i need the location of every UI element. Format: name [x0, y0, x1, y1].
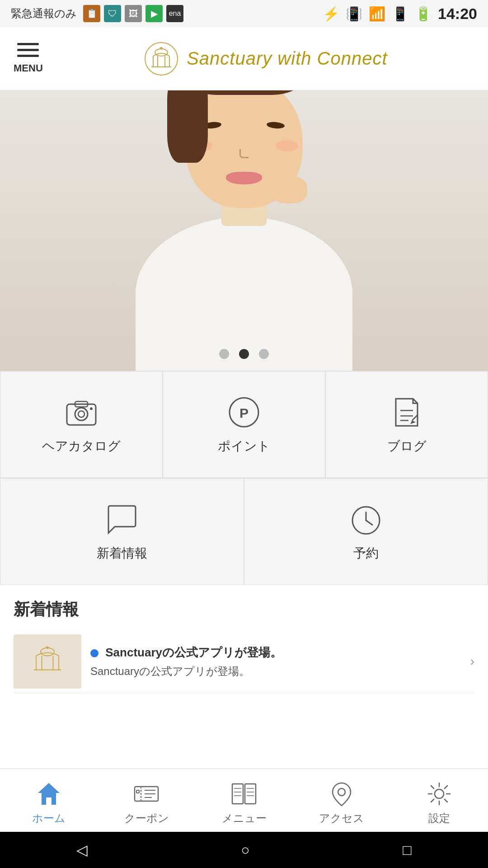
nav-access-label: アクセス — [319, 811, 364, 826]
menu-lines — [17, 43, 39, 57]
battery-icon: 🔋 — [415, 6, 432, 22]
hero-lips — [226, 172, 262, 184]
dot-1[interactable] — [219, 349, 229, 359]
status-right: ⚡ 📳 📶 📱 🔋 14:20 — [323, 5, 477, 23]
news-arrow: › — [470, 654, 474, 669]
logo-area: Sanctuary with Connect — [56, 41, 474, 77]
blog-button[interactable]: ブログ — [325, 371, 488, 478]
svg-rect-39 — [232, 784, 243, 804]
svg-point-24 — [41, 648, 54, 656]
dot-2[interactable] — [239, 349, 249, 359]
hero-hand — [271, 176, 307, 203]
news-section: 新着情報 Sanctuaryの公式アプリが登場。 Sanctuaryの公式アプリ… — [0, 585, 488, 698]
menu-book-icon — [230, 780, 258, 807]
back-button[interactable]: ◁ — [76, 841, 88, 859]
svg-point-49 — [435, 789, 444, 798]
hero-nose — [239, 149, 249, 158]
nav-access[interactable]: アクセス — [293, 769, 390, 832]
news-headline-text: Sanctuaryの公式アプリが登場。 — [105, 646, 282, 659]
location-icon — [328, 780, 355, 807]
hero-blush-right — [276, 140, 298, 151]
home-button[interactable]: ○ — [241, 842, 249, 859]
dot-3[interactable] — [259, 349, 269, 359]
bottom-nav: ホーム クーポン メニュー — [0, 769, 488, 832]
camera-icon — [63, 394, 99, 430]
notification-icons: 📋 🛡 🖼 ▶ ena — [83, 5, 183, 22]
news-button[interactable]: 新着情報 — [0, 478, 244, 585]
hero-banner[interactable] — [0, 90, 488, 371]
reservation-label: 予約 — [353, 545, 379, 562]
recents-button[interactable]: □ — [403, 842, 411, 859]
home-icon — [35, 780, 62, 807]
wifi-icon: 📶 — [369, 6, 385, 22]
notif-icon-3: 🖼 — [125, 5, 142, 22]
menu-button[interactable]: MENU — [14, 43, 43, 74]
svg-point-11 — [78, 411, 84, 417]
emergency-text: 緊急通報のみ — [11, 6, 77, 21]
logo-text: Sanctuary with Connect — [187, 48, 387, 69]
sim-icon: 📱 — [392, 6, 408, 22]
clock-icon — [348, 501, 384, 538]
notif-icon-2: 🛡 — [104, 5, 121, 22]
settings-icon — [426, 780, 453, 807]
point-button[interactable]: P ポイント — [163, 371, 325, 478]
news-body-text: Sanctuaryの公式アプリが登場。 — [90, 664, 461, 679]
nav-coupon[interactable]: クーポン — [98, 769, 195, 832]
svg-marker-20 — [410, 420, 416, 424]
bluetooth-icon: ⚡ — [323, 6, 339, 22]
news-blue-dot — [90, 649, 99, 657]
svg-rect-40 — [245, 784, 256, 804]
notif-icon-4: ▶ — [145, 5, 163, 22]
menu-line-3 — [17, 55, 39, 57]
nav-home[interactable]: ホーム — [0, 769, 98, 832]
nav-home-label: ホーム — [32, 811, 66, 826]
nav-settings-label: 設定 — [428, 811, 450, 826]
header: MENU Sanctuary with Connect — [0, 27, 488, 90]
dots-indicator — [0, 349, 488, 359]
svg-point-13 — [90, 407, 93, 410]
notif-icon-5: ena — [166, 5, 183, 22]
news-headline: Sanctuaryの公式アプリが登場。 — [90, 645, 461, 660]
chat-icon — [104, 501, 140, 538]
hero-body — [136, 217, 352, 371]
blog-icon — [389, 394, 425, 430]
blog-label: ブログ — [387, 438, 427, 455]
svg-line-23 — [366, 520, 372, 525]
hair-catalog-button[interactable]: ヘアカタログ — [0, 371, 163, 478]
news-thumbnail — [14, 634, 81, 689]
news-item-0[interactable]: Sanctuaryの公式アプリが登場。 Sanctuaryの公式アプリが登場。 … — [14, 630, 474, 693]
svg-point-48 — [338, 788, 345, 796]
news-content: Sanctuaryの公式アプリが登場。 Sanctuaryの公式アプリが登場。 — [90, 645, 461, 679]
news-thumb-icon — [25, 641, 70, 682]
nav-coupon-label: クーポン — [124, 811, 169, 826]
point-icon: P — [226, 394, 262, 430]
svg-point-1 — [155, 49, 168, 56]
menu-line-2 — [17, 49, 39, 51]
hero-image — [0, 90, 488, 371]
menu-label: MENU — [14, 62, 43, 74]
svg-text:P: P — [239, 406, 249, 420]
icon-grid-row1: ヘアカタログ P ポイント ブログ — [0, 371, 488, 478]
menu-line-1 — [17, 43, 39, 45]
nav-settings[interactable]: 設定 — [390, 769, 488, 832]
status-bar: 緊急通報のみ 📋 🛡 🖼 ▶ ena ⚡ 📳 📶 📱 🔋 14:20 — [0, 0, 488, 27]
nav-menu[interactable]: メニュー — [195, 769, 293, 832]
hero-eye-right — [266, 121, 285, 129]
reservation-button[interactable]: 予約 — [244, 478, 488, 585]
news-section-title: 新着情報 — [14, 599, 474, 621]
news-label: 新着情報 — [97, 545, 147, 562]
svg-marker-32 — [38, 783, 60, 805]
nav-menu-label: メニュー — [222, 811, 267, 826]
logo-icon — [143, 41, 179, 77]
hero-hair-left — [167, 90, 208, 163]
vibrate-icon: 📳 — [346, 6, 362, 22]
hair-catalog-label: ヘアカタログ — [42, 438, 121, 455]
android-nav: ◁ ○ □ — [0, 832, 488, 868]
point-label: ポイント — [218, 438, 270, 455]
svg-point-10 — [75, 408, 88, 420]
icon-grid-row2: 新着情報 予約 — [0, 478, 488, 585]
clock: 14:20 — [438, 5, 477, 23]
coupon-icon — [133, 780, 160, 807]
svg-rect-35 — [136, 790, 139, 793]
notif-icon-1: 📋 — [83, 5, 100, 22]
